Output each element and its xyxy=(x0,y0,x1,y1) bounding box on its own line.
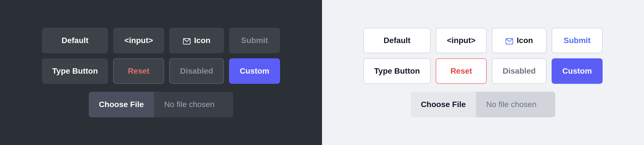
dark-panel: Default <input> Icon Submit Type Button … xyxy=(0,0,322,145)
light-envelope-icon xyxy=(505,37,513,44)
dark-icon-btn[interactable]: Icon xyxy=(169,28,224,53)
dark-button-grid: Default <input> Icon Submit Type Button … xyxy=(42,28,280,84)
dark-choose-file-button[interactable]: Choose File xyxy=(89,92,154,117)
light-reset-btn[interactable]: Reset xyxy=(436,58,487,84)
dark-custom-btn[interactable]: Custom xyxy=(229,58,280,84)
dark-no-file-label: No file chosen xyxy=(154,92,233,117)
light-file-input-row: Choose File No file chosen xyxy=(411,92,556,117)
light-input-btn[interactable]: <input> xyxy=(436,28,487,53)
light-default-btn[interactable]: Default xyxy=(363,28,431,53)
dark-input-btn[interactable]: <input> xyxy=(113,28,164,53)
light-no-file-label: No file chosen xyxy=(476,92,555,117)
light-disabled-btn[interactable]: Disabled xyxy=(492,58,546,84)
light-submit-btn[interactable]: Submit xyxy=(552,28,603,53)
light-panel: Default <input> Icon Submit Type Button … xyxy=(322,0,644,145)
envelope-icon xyxy=(183,37,191,44)
dark-file-input-row: Choose File No file chosen xyxy=(89,92,234,117)
light-icon-btn[interactable]: Icon xyxy=(492,28,546,53)
dark-submit-btn[interactable]: Submit xyxy=(229,28,280,53)
light-custom-btn[interactable]: Custom xyxy=(552,58,603,84)
light-button-grid: Default <input> Icon Submit Type Button … xyxy=(363,28,603,84)
light-type-button-btn[interactable]: Type Button xyxy=(363,58,431,84)
light-choose-file-button[interactable]: Choose File xyxy=(411,92,476,117)
dark-type-button-btn[interactable]: Type Button xyxy=(42,58,108,84)
dark-disabled-btn[interactable]: Disabled xyxy=(169,58,224,84)
dark-default-btn[interactable]: Default xyxy=(42,28,108,53)
dark-reset-btn[interactable]: Reset xyxy=(113,58,164,84)
